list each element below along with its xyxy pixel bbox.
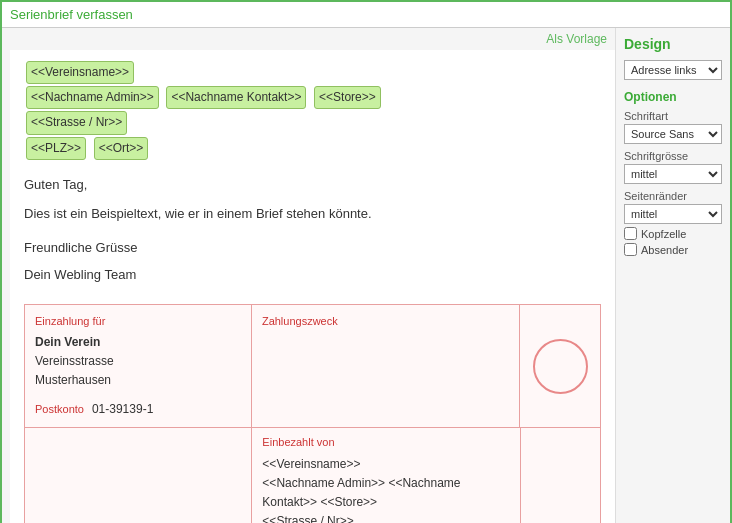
main-window: Serienbrief verfassen Als Vorlage <<Vere… xyxy=(0,0,732,523)
einzahlung-label: Einzahlung für xyxy=(35,313,241,331)
einbezahlt-section: Einbezahlt von <<Vereinsname>> <<Nachnam… xyxy=(251,428,520,523)
tag-store[interactable]: <<Store>> xyxy=(314,86,381,109)
greeting-text: Guten Tag, xyxy=(24,175,601,196)
main-area: Als Vorlage <<Vereinsname>> <<Nachname A… xyxy=(2,28,730,523)
tag-ort[interactable]: <<Ort>> xyxy=(94,137,149,160)
seitenraender-label: Seitenränder xyxy=(624,190,722,202)
kopfzelle-checkbox[interactable] xyxy=(624,227,637,240)
postkonto-label: Postkonto xyxy=(35,401,84,419)
tag-row-3: <<Strasse / Nr>> xyxy=(24,110,601,135)
absender-label: Absender xyxy=(641,244,688,256)
schriftgroesse-label: Schriftgrösse xyxy=(624,150,722,162)
schriftart-label: Schriftart xyxy=(624,110,722,122)
seitenraender-select[interactable]: klein mittel gross xyxy=(624,204,722,224)
closing-line1: Freundliche Grüsse xyxy=(24,238,601,259)
payment-box: Einzahlung für Dein Verein Vereinsstrass… xyxy=(24,304,601,523)
right-panel: Design Adresse links Adresse rechts Kein… xyxy=(615,28,730,523)
tag-nachname-admin[interactable]: <<Nachname Admin>> xyxy=(26,86,159,109)
postkonto-value: 01-39139-1 xyxy=(92,400,153,419)
payment-bottom: Einbezahlt von <<Vereinsname>> <<Nachnam… xyxy=(25,427,600,523)
payment-bottom-circle-area xyxy=(520,428,600,523)
zahlungszweck-label: Zahlungszweck xyxy=(262,313,509,331)
einbezahlt-line1: <<Vereinsname>> xyxy=(262,455,510,474)
body-text: Dies ist ein Beispieltext, wie er in ein… xyxy=(24,204,601,225)
payment-right: Zahlungszweck xyxy=(252,305,520,427)
kopfzelle-label: Kopfzelle xyxy=(641,228,686,240)
editor-content: <<Vereinsname>> <<Nachname Admin>> <<Nac… xyxy=(24,60,601,523)
optionen-title: Optionen xyxy=(624,90,722,104)
verein-name: Dein Verein xyxy=(35,333,241,352)
editor-area: <<Vereinsname>> <<Nachname Admin>> <<Nac… xyxy=(10,50,615,523)
schriftgroesse-select[interactable]: klein mittel gross xyxy=(624,164,722,184)
absender-row: Absender xyxy=(624,243,722,256)
layout-select[interactable]: Adresse links Adresse rechts Kein Layout xyxy=(624,60,722,80)
kopfzelle-row: Kopfzelle xyxy=(624,227,722,240)
window-title: Serienbrief verfassen xyxy=(2,2,730,28)
verein-ort: Musterhausen xyxy=(35,371,241,390)
tag-vereinsname[interactable]: <<Vereinsname>> xyxy=(26,61,134,84)
verein-strasse: Vereinsstrasse xyxy=(35,352,241,371)
als-vorlage-link[interactable]: Als Vorlage xyxy=(2,28,615,50)
payment-top: Einzahlung für Dein Verein Vereinsstrass… xyxy=(25,305,600,427)
tag-row-4: <<PLZ>> <<Ort>> xyxy=(24,136,601,161)
tag-row-1: <<Vereinsname>> xyxy=(24,60,601,85)
content-area: Als Vorlage <<Vereinsname>> <<Nachname A… xyxy=(2,28,615,523)
tag-row-2: <<Nachname Admin>> <<Nachname Kontakt>> … xyxy=(24,85,601,110)
payment-bottom-left xyxy=(25,428,251,523)
einbezahlt-line3: <<Strasse / Nr>> xyxy=(262,512,510,523)
tag-nachname-kontakt[interactable]: <<Nachname Kontakt>> xyxy=(166,86,306,109)
payment-circle xyxy=(533,339,588,394)
absender-checkbox[interactable] xyxy=(624,243,637,256)
schriftart-select[interactable]: Source Sans Arial Times New Roman xyxy=(624,124,722,144)
payment-left: Einzahlung für Dein Verein Vereinsstrass… xyxy=(25,305,252,427)
einbezahlt-label: Einbezahlt von xyxy=(262,434,510,452)
payment-circle-area xyxy=(520,305,600,427)
tag-plz[interactable]: <<PLZ>> xyxy=(26,137,86,160)
tag-strasse[interactable]: <<Strasse / Nr>> xyxy=(26,111,127,134)
closing-line2: Dein Webling Team xyxy=(24,265,601,286)
einbezahlt-line2: <<Nachname Admin>> <<Nachname Kontakt>> … xyxy=(262,474,510,512)
design-title: Design xyxy=(624,36,722,52)
